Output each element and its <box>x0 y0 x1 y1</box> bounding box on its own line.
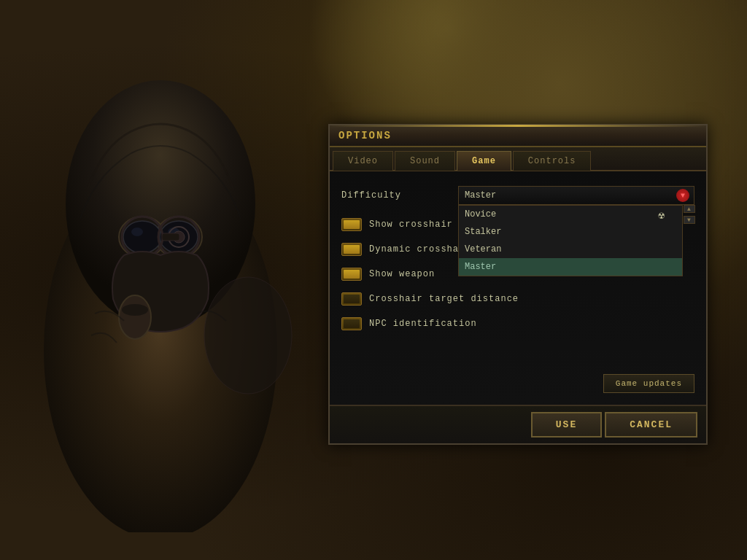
dropdown-item-novice[interactable]: Novice ☢ <box>459 206 682 223</box>
svg-rect-12 <box>162 233 179 241</box>
tab-controls[interactable]: Controls <box>513 151 592 171</box>
options-dialog: OPTIONS Video Sound Game Controls Diffic… <box>328 124 708 445</box>
dialog-title-bar: OPTIONS <box>330 125 706 147</box>
option-row-npc-identification: NPC identification <box>341 316 694 332</box>
toggle-inner-npc-identification <box>344 319 360 328</box>
tab-sound[interactable]: Sound <box>395 151 455 171</box>
difficulty-label: Difficulty <box>341 186 458 201</box>
toggle-inner-dynamic-crosshair <box>344 245 360 254</box>
difficulty-row: Difficulty Master ▼ Novice ☢ <box>341 186 694 205</box>
option-label-crosshair-target-distance: Crosshair target distance <box>369 294 519 304</box>
toggle-show-crosshair[interactable] <box>341 218 362 231</box>
dialog-title: OPTIONS <box>338 130 392 141</box>
svg-point-14 <box>122 304 148 316</box>
cancel-button[interactable]: Cancel <box>605 412 697 438</box>
option-label-show-crosshair: Show crosshair <box>369 219 453 230</box>
option-label-show-weapon: Show weapon <box>369 269 435 279</box>
tab-game[interactable]: Game <box>457 151 511 171</box>
difficulty-selected[interactable]: Master ▼ <box>458 186 694 205</box>
svg-point-6 <box>131 228 143 236</box>
toggle-inner-show-weapon <box>344 270 360 279</box>
dialog-content: Difficulty Master ▼ Novice ☢ <box>330 171 706 405</box>
toggle-crosshair-target-distance[interactable] <box>341 292 362 306</box>
game-updates-button[interactable]: Game updates <box>603 374 694 393</box>
dialog-top-border <box>330 125 706 127</box>
character-figure <box>22 58 299 532</box>
dropdown-item-master[interactable]: Master <box>459 258 682 276</box>
option-label-dynamic-crosshair: Dynamic crosshair <box>369 244 471 254</box>
svg-point-4 <box>123 221 161 253</box>
scrollbar-down-arrow[interactable]: ▼ <box>684 216 695 224</box>
scrollbar-up-arrow[interactable]: ▲ <box>684 205 695 213</box>
option-row-crosshair-target-distance: Crosshair target distance <box>341 291 694 307</box>
svg-point-13 <box>119 295 151 339</box>
nuclear-badge-icon: ☢ <box>659 209 665 222</box>
dialog-footer: Use Cancel <box>330 405 706 443</box>
toggle-inner-show-crosshair <box>344 220 360 229</box>
difficulty-dropdown-list: Novice ☢ Stalker Veteran Master <box>458 205 683 276</box>
option-label-npc-identification: NPC identification <box>369 319 477 329</box>
toggle-dynamic-crosshair[interactable] <box>341 243 362 256</box>
svg-point-15 <box>204 277 292 394</box>
use-button[interactable]: Use <box>531 412 602 438</box>
difficulty-dropdown-wrapper: Master ▼ Novice ☢ Stalker <box>458 186 694 205</box>
dropdown-arrow-icon: ▼ <box>676 189 689 202</box>
tab-video[interactable]: Video <box>333 151 393 171</box>
toggle-inner-crosshair-target-distance <box>344 295 360 303</box>
toggle-npc-identification[interactable] <box>341 317 362 330</box>
toggle-show-weapon[interactable] <box>341 268 362 281</box>
dropdown-item-veteran[interactable]: Veteran <box>459 241 682 258</box>
dropdown-item-stalker[interactable]: Stalker <box>459 223 682 241</box>
difficulty-selected-value: Master <box>465 190 496 201</box>
tabs-bar: Video Sound Game Controls <box>330 147 706 171</box>
